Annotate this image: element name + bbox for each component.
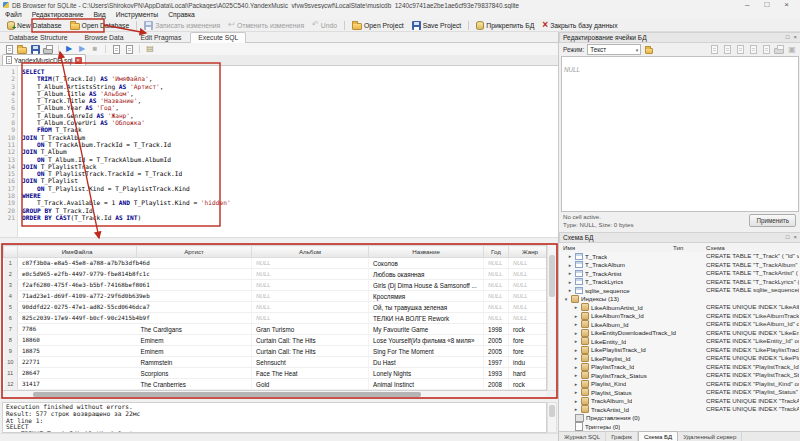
table-cell[interactable]: 1993 — [484, 368, 509, 379]
table-cell[interactable]: hard — [509, 368, 548, 379]
schema-tree-item[interactable]: ▸Playlist_KindCREATE INDEX "Playlist_Kin… — [559, 380, 800, 389]
tab-sql-log[interactable]: Журнал SQL — [559, 432, 606, 441]
paste-cell-button[interactable] — [761, 45, 771, 55]
schema-tree-item[interactable]: ▸LikeEntity_IdCREATE INDEX "LikeEntity_I… — [559, 337, 800, 346]
chevron-right-icon[interactable]: ▸ — [573, 313, 579, 319]
schema-tree-item[interactable]: ▸TrackAlbum_IdCREATE UNIQUE INDEX "Track… — [559, 397, 800, 406]
table-cell[interactable]: NULL — [484, 313, 509, 324]
schema-tree-item[interactable]: ▸LikeAlbumArtist_IdCREATE UNIQUE INDEX "… — [559, 303, 800, 312]
table-cell[interactable]: 71ad23e1-d69f-4109-a772-29f6d0b639eb — [18, 291, 137, 302]
execution-log[interactable]: Execution finished without errors.Result… — [2, 402, 547, 433]
tab-browse-data[interactable]: Browse Data — [77, 32, 132, 42]
chevron-right-icon[interactable]: ▸ — [573, 381, 579, 387]
schema-col-type[interactable]: Тип — [673, 244, 683, 251]
column-header[interactable]: ИмяФайла — [18, 246, 137, 258]
schema-tree-item[interactable]: ▸PlaylistTrack_StatusCREATE INDEX "Playl… — [559, 371, 800, 380]
row-number[interactable]: 8 — [4, 335, 18, 346]
load-data-button[interactable] — [722, 45, 732, 55]
cell-value-editor[interactable]: NULL — [561, 56, 799, 212]
row-number[interactable]: 3 — [4, 280, 18, 291]
table-cell[interactable]: rock — [509, 379, 548, 390]
code-line[interactable]: T_Album.GenreId AS 'Жанр', — [22, 112, 558, 119]
chevron-right-icon[interactable]: ▸ — [573, 321, 579, 327]
log-vertical-scrollbar[interactable] — [547, 402, 557, 433]
table-cell[interactable]: Girls (Dj Dima House & Samsonoff ... — [369, 280, 484, 291]
table-cell[interactable] — [137, 313, 252, 324]
table-cell[interactable]: 22771 — [18, 357, 137, 368]
schema-tree-item[interactable]: ▸LikeEntityDownloadedTrack_IdCREATE UNIQ… — [559, 329, 800, 338]
table-cell[interactable]: Sehnsucht — [252, 357, 369, 368]
sql-editor[interactable]: 123456789101112131415161718192021 SELECT… — [0, 66, 558, 238]
float-dock-icon[interactable]: □ — [786, 33, 790, 42]
menu-file[interactable]: Файл — [0, 10, 27, 19]
chevron-down-icon[interactable]: ▾ — [563, 296, 569, 302]
code-line[interactable]: JOIN T_Playlist — [22, 177, 558, 184]
code-line[interactable]: T_Track.Title AS 'Название', — [22, 97, 558, 104]
open-sql-file-button[interactable] — [17, 44, 27, 54]
tab-execute-sql[interactable]: Execute SQL — [190, 32, 246, 43]
row-number[interactable]: 10 — [4, 357, 18, 368]
results-vertical-scrollbar[interactable] — [547, 244, 557, 391]
row-number[interactable]: 4 — [4, 291, 18, 302]
table-cell[interactable]: f2af6280-475f-46e3-b5bf-74168bef8061 — [18, 280, 137, 291]
code-line[interactable]: T_Album.Year AS 'Год', — [22, 104, 558, 111]
schema-tree-item[interactable]: Представления (0) — [559, 414, 800, 423]
results-horizontal-scrollbar[interactable] — [3, 391, 546, 398]
table-cell[interactable]: ТЕЛКИ НА ВОЛГЕ Rework — [369, 313, 484, 324]
chevron-right-icon[interactable]: ▸ — [567, 270, 573, 276]
row-number[interactable]: 6 — [4, 313, 18, 324]
table-cell[interactable]: Curtain Call: The Hits — [252, 346, 369, 357]
table-cell[interactable]: fore — [509, 346, 548, 357]
set-null-button[interactable] — [709, 45, 719, 55]
schema-tree-item[interactable]: ▾Индексы (13) — [559, 295, 800, 304]
code-line[interactable]: JOIN T_PlaylistTrack — [22, 163, 558, 170]
tab-remote-server[interactable]: Удаленный сервер — [678, 432, 742, 441]
chevron-right-icon[interactable]: ▸ — [567, 287, 573, 293]
table-cell[interactable]: NULL — [484, 269, 509, 280]
table-cell[interactable]: NULL — [252, 291, 369, 302]
sql-code[interactable]: SELECT TRIM(T_Track.Id) AS 'ИмяФайла', T… — [18, 66, 558, 237]
code-line[interactable]: ON T_Playlist.Kind = T_PlaylistTrack.Kin… — [22, 185, 558, 192]
zoom-cell-button[interactable]: ▣ — [787, 45, 797, 55]
table-cell[interactable]: 2008 — [484, 379, 509, 390]
table-cell[interactable]: Curtain Call: The Hits — [252, 335, 369, 346]
chevron-right-icon[interactable]: ▸ — [567, 262, 573, 268]
table-cell[interactable]: Lonely Nights — [369, 368, 484, 379]
new-database-button[interactable]: New Database — [3, 19, 66, 32]
chevron-right-icon[interactable]: ▸ — [573, 406, 579, 412]
table-cell[interactable]: rock — [509, 324, 548, 335]
code-line[interactable]: T_Track.Available = 1 AND T_Playlist.Kin… — [22, 199, 558, 206]
table-cell[interactable]: Ой, ты травушка зеленая — [369, 302, 484, 313]
print-cell-button[interactable] — [774, 45, 784, 55]
table-cell[interactable] — [137, 280, 252, 291]
row-number[interactable]: 5 — [4, 302, 18, 313]
table-cell[interactable]: indu — [509, 357, 548, 368]
table-cell[interactable]: NULL — [509, 313, 548, 324]
table-cell[interactable]: e0c5d965-e2fb-4497-9779-fbe814b8fc1c — [18, 269, 137, 280]
table-cell[interactable]: Scorpions — [137, 368, 252, 379]
code-line[interactable]: SELECT — [22, 68, 558, 75]
row-number[interactable]: 1 — [4, 258, 18, 269]
table-cell[interactable]: 7786 — [18, 324, 137, 335]
apply-button[interactable]: Применить — [749, 214, 796, 227]
chevron-right-icon[interactable]: ▸ — [573, 338, 579, 344]
copy-cell-button[interactable] — [748, 45, 758, 55]
schema-tree-item[interactable]: ▸LikePlaylist_IdCREATE UNIQUE INDEX "Lik… — [559, 354, 800, 363]
table-cell[interactable]: Sing For The Moment — [369, 346, 484, 357]
close-tab-icon[interactable]: × — [75, 57, 82, 64]
table-cell[interactable]: My Favourite Game — [369, 324, 484, 335]
column-header[interactable]: Жанр — [509, 246, 548, 258]
editor-tab[interactable]: YandexMusicDB.sql × — [2, 54, 86, 65]
table-cell[interactable]: 2005 — [484, 346, 509, 357]
schema-tree-item[interactable]: ▸LikePlaylistTrack_IdCREATE INDEX "LikeP… — [559, 346, 800, 355]
schema-tree-item[interactable]: ▸T_TrackCREATE TABLE "T_Track" ( "Id" va… — [559, 252, 800, 261]
table-cell[interactable]: NULL — [484, 258, 509, 269]
code-line[interactable]: GROUP BY T_Track.Id — [22, 207, 558, 214]
table-cell[interactable]: 31417 — [18, 379, 137, 390]
table-cell[interactable]: NULL — [252, 258, 369, 269]
table-cell[interactable]: Gran Turismo — [252, 324, 369, 335]
table-cell[interactable] — [137, 291, 252, 302]
chevron-right-icon[interactable]: ▸ — [567, 253, 573, 259]
table-cell[interactable]: 18875 — [18, 346, 137, 357]
chevron-right-icon[interactable]: ▸ — [573, 330, 579, 336]
